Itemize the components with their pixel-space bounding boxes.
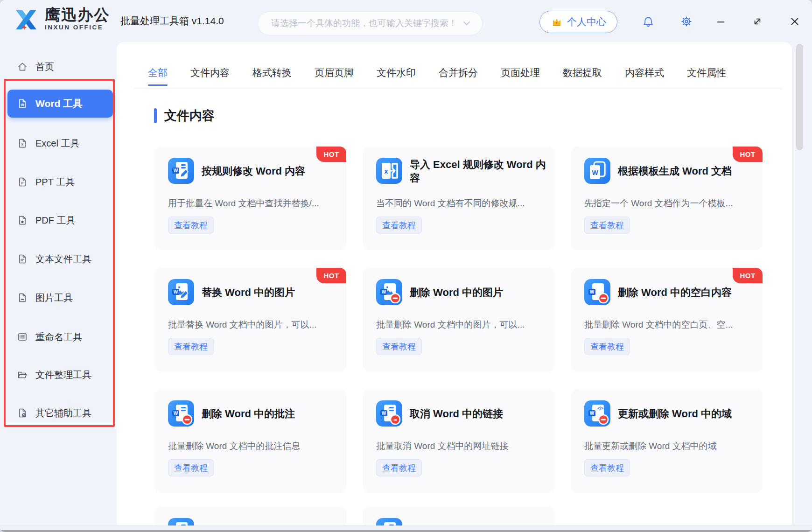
search-input[interactable]	[271, 18, 462, 28]
sidebar-item-label: PPT 工具	[35, 176, 75, 189]
card-description: 批量更新或删除 Word 文档中的域	[584, 440, 754, 452]
tab-1[interactable]: 文件内容	[190, 66, 230, 79]
view-tutorial-button[interactable]: 查看教程	[584, 338, 630, 355]
view-tutorial-button[interactable]: 查看教程	[376, 459, 422, 476]
view-tutorial-button[interactable]: 查看教程	[584, 459, 630, 476]
gear-icon[interactable]	[680, 15, 693, 28]
card-description: 批量取消 Word 文档中的网址链接	[376, 440, 546, 452]
scrollbar-thumb[interactable]	[796, 44, 803, 150]
sidebar-item-word[interactable]: WWord 工具	[7, 90, 113, 118]
maximize-icon[interactable]	[751, 15, 763, 28]
main-panel: 全部文件内容格式转换页眉页脚文件水印合并拆分页面处理数据提取内容样式文件属性 文…	[117, 42, 792, 525]
tool-card[interactable]: W</>更新或删除 Word 中的域批量更新或删除 Word 文档中的域查看教程	[571, 389, 763, 493]
word-doc-icon: W	[168, 518, 194, 525]
sidebar-item-label: Excel 工具	[35, 137, 79, 150]
rename-doc-icon	[17, 331, 28, 343]
card-description: 先指定一个 Word 文档作为一个模板...	[584, 197, 754, 210]
sidebar-item-label: 首页	[35, 61, 54, 73]
tool-card[interactable]: HOTW替换 Word 中的图片批量替换 Word 文档中的图片，可以...查看…	[155, 268, 346, 371]
ppt-doc-icon: P	[17, 176, 28, 188]
function-search-box[interactable]	[258, 11, 483, 35]
word-field-del-icon: W</>	[584, 400, 610, 427]
tab-3[interactable]: 页眉页脚	[315, 66, 354, 79]
view-tutorial-button[interactable]: 查看教程	[376, 338, 422, 355]
tool-card-partial[interactable]: W	[155, 507, 346, 525]
sidebar-item-ppt[interactable]: PPPT 工具	[7, 173, 113, 191]
card-title: 导入 Excel 规则修改 Word 内容	[410, 154, 546, 189]
tool-card[interactable]: HOTW删除 Word 中的空白内容批量删除 Word 文档中的空白页、空...…	[571, 268, 763, 371]
view-tutorial-button[interactable]: 查看教程	[584, 217, 630, 234]
sidebar-item-label: 文本文件工具	[35, 253, 91, 266]
word-blank-del-icon: W	[584, 279, 610, 305]
tab-8[interactable]: 内容样式	[625, 66, 664, 79]
titlebar: 鹰迅办公 INXUN OFFICE 批量处理工具箱 v1.14.0 个人中心	[0, 0, 812, 42]
brand-block: 鹰迅办公 INXUN OFFICE	[45, 7, 115, 31]
tab-7[interactable]: 数据提取	[563, 66, 602, 79]
card-title: 取消 Word 中的链接	[410, 397, 546, 431]
svg-text:W: W	[382, 289, 386, 294]
tool-card[interactable]: HOTW按规则修改 Word 内容用于批量在 Word 文档中查找并替换/...…	[155, 147, 346, 250]
minimize-icon[interactable]	[715, 16, 727, 28]
word-doc-icon: W	[376, 518, 402, 525]
tab-9[interactable]: 文件属性	[687, 66, 726, 79]
word-edit-icon: W	[168, 158, 194, 184]
view-tutorial-button[interactable]: 查看教程	[376, 217, 422, 234]
sidebar-item-text[interactable]: 文本文件工具	[7, 250, 113, 268]
excel-import-icon: x	[376, 158, 402, 184]
bell-icon[interactable]	[642, 15, 654, 28]
svg-text:X: X	[21, 142, 23, 147]
section-header: 文件内容	[154, 107, 215, 124]
tabs-divider	[133, 89, 782, 89]
tab-4[interactable]: 文件水印	[377, 66, 416, 79]
card-title: 按规则修改 Word 内容	[202, 154, 338, 189]
personal-center-button[interactable]: 个人中心	[539, 11, 617, 33]
tab-6[interactable]: 页面处理	[501, 66, 540, 79]
sidebar-item-rename[interactable]: 重命名工具	[7, 328, 113, 346]
card-description: 批量替换 Word 文档中的图片，可以...	[168, 319, 338, 331]
app-title: 批量处理工具箱 v1.14.0	[120, 0, 224, 42]
svg-text:W: W	[382, 411, 386, 416]
sidebar-item-organize[interactable]: 文件整理工具	[7, 365, 113, 384]
tab-all[interactable]: 全部	[148, 66, 168, 79]
svg-text:W: W	[590, 289, 595, 294]
sidebar-item-label: 文件整理工具	[35, 369, 91, 381]
svg-text:W: W	[592, 169, 598, 176]
close-icon[interactable]	[789, 15, 801, 28]
word-doc-icon: W	[17, 98, 28, 109]
sidebar-item-excel[interactable]: XExcel 工具	[7, 134, 113, 153]
card-description: 用于批量在 Word 文档中查找并替换/...	[168, 197, 338, 210]
tool-card[interactable]: HOTW根据模板生成 Word 文档先指定一个 Word 文档作为一个模板...…	[571, 147, 763, 250]
chevron-down-icon[interactable]	[462, 18, 472, 28]
crown-icon	[551, 16, 563, 28]
text-doc-icon	[17, 253, 28, 265]
view-tutorial-button[interactable]: 查看教程	[168, 217, 214, 234]
sidebar-item-label: PDF 工具	[35, 214, 76, 227]
category-tabs: 全部文件内容格式转换页眉页脚文件水印合并拆分页面处理数据提取内容样式文件属性	[148, 59, 726, 87]
view-tutorial-button[interactable]: 查看教程	[168, 338, 214, 355]
pdf-doc-icon	[17, 215, 28, 226]
sidebar-item-home[interactable]: 首页	[7, 57, 113, 76]
sidebar: 首页 WWord 工具XExcel 工具PPPT 工具PDF 工具文本文件工具图…	[0, 42, 117, 525]
tool-card[interactable]: W删除 Word 中的批注批量删除 Word 文档中的批注信息查看教程	[155, 389, 346, 493]
view-tutorial-button[interactable]: 查看教程	[168, 459, 214, 476]
sidebar-item-pdf[interactable]: PDF 工具	[7, 211, 113, 230]
tab-5[interactable]: 合并拆分	[439, 66, 478, 79]
sidebar-item-image[interactable]: 图片工具	[7, 288, 113, 307]
card-title: 替换 Word 中的图片	[202, 275, 338, 310]
section-title: 文件内容	[164, 107, 215, 124]
svg-text:W: W	[174, 411, 178, 416]
word-image-edit-icon: W	[168, 279, 194, 305]
sidebar-item-misc[interactable]: 其它辅助工具	[7, 404, 113, 422]
card-description: 批量删除 Word 文档中的图片，可以...	[376, 319, 546, 331]
inxun-logo-icon	[12, 7, 40, 32]
tab-2[interactable]: 格式转换	[252, 66, 292, 79]
svg-text:W: W	[174, 168, 178, 173]
app-window: 鹰迅办公 INXUN OFFICE 批量处理工具箱 v1.14.0 个人中心 首…	[0, 0, 812, 532]
tool-card-partial[interactable]: W	[363, 507, 554, 525]
brand-name-en: INXUN OFFICE	[45, 24, 115, 31]
tool-card[interactable]: W删除 Word 中的图片批量删除 Word 文档中的图片，可以...查看教程	[363, 268, 554, 371]
svg-text:W: W	[590, 411, 595, 416]
svg-text:W: W	[174, 289, 178, 294]
tool-card[interactable]: x导入 Excel 规则修改 Word 内容当不同的 Word 文档有不同的修改…	[363, 147, 554, 250]
tool-card[interactable]: W∞取消 Word 中的链接批量取消 Word 文档中的网址链接查看教程	[363, 389, 554, 493]
